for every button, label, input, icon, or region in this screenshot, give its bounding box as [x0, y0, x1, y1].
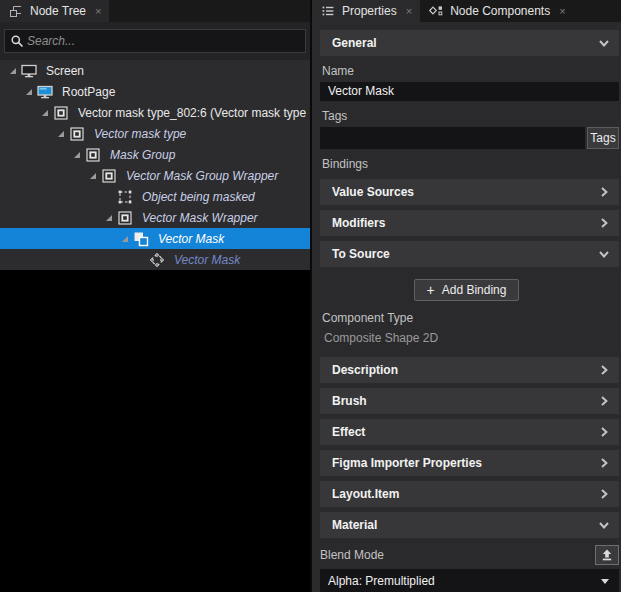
section-label: Description — [332, 363, 597, 377]
mask-icon — [132, 231, 150, 247]
chevron-right-icon — [597, 425, 611, 439]
close-icon[interactable]: × — [406, 6, 412, 17]
close-icon[interactable]: × — [95, 6, 101, 17]
section-label: Brush — [332, 394, 597, 408]
name-field[interactable] — [320, 82, 619, 101]
chevron-right-icon — [597, 456, 611, 470]
expander-icon[interactable] — [118, 232, 132, 246]
search-icon — [9, 33, 25, 49]
expander-icon[interactable] — [70, 148, 84, 162]
tab-node-tree[interactable]: Node Tree × — [0, 0, 109, 22]
tree-node-vector-mask-type-802-6-vector-mask-type[interactable]: Vector mask type_802:6 (Vector mask type — [0, 102, 310, 123]
tree-empty-area — [0, 270, 310, 592]
tree-node-vector-mask-group-wrapper[interactable]: Vector Mask Group Wrapper — [0, 165, 310, 186]
blend-mode-value: Alpha: Premultiplied — [328, 574, 599, 588]
plus-icon: + — [427, 283, 435, 297]
section-header-to-source[interactable]: To Source — [320, 241, 619, 267]
tree-node-label: Mask Group — [110, 148, 175, 162]
tree-node-label: Vector mask type_802:6 (Vector mask type — [78, 106, 306, 120]
search-strip — [0, 22, 310, 60]
tree-node-label: Vector Mask Wrapper — [142, 211, 258, 225]
properties-tabbar: Properties × Node Components × — [312, 0, 621, 22]
properties-content: General Name Tags Tags Bindings Value So… — [312, 22, 621, 592]
application-window: Node Tree × ScreenRootPageVector mask ty… — [0, 0, 621, 592]
section-header-material[interactable]: Material — [320, 512, 619, 538]
reset-default-button[interactable] — [595, 545, 619, 565]
tab-node-components-label: Node Components — [450, 4, 550, 18]
caret-down-icon — [599, 575, 611, 587]
chevron-right-icon — [597, 394, 611, 408]
path-icon — [148, 252, 166, 268]
tags-button[interactable]: Tags — [587, 127, 619, 149]
tree-node-label: Vector Mask — [158, 232, 224, 246]
node-2d-icon — [116, 210, 134, 226]
blend-mode-label: Blend Mode — [320, 548, 384, 562]
name-label: Name — [322, 64, 621, 78]
chevron-right-icon — [597, 487, 611, 501]
screen-icon — [20, 63, 38, 79]
section-header-value-sources[interactable]: Value Sources — [320, 179, 619, 205]
selection-rect-icon — [116, 189, 134, 205]
expander-icon[interactable] — [22, 85, 36, 99]
chevron-down-icon — [597, 247, 611, 261]
tags-label: Tags — [322, 109, 621, 123]
section-header-effect[interactable]: Effect — [320, 419, 619, 445]
section-label: Value Sources — [332, 185, 597, 199]
tab-node-components[interactable]: Node Components × — [420, 0, 574, 22]
node-2d-icon — [100, 168, 118, 184]
chevron-right-icon — [597, 216, 611, 230]
tab-node-tree-label: Node Tree — [30, 4, 86, 18]
tab-properties-label: Properties — [342, 4, 397, 18]
blend-mode-dropdown[interactable]: Alpha: Premultiplied — [320, 569, 619, 592]
tree-node-vector-mask-wrapper[interactable]: Vector Mask Wrapper — [0, 207, 310, 228]
section-label: Material — [332, 518, 597, 532]
tags-field[interactable] — [320, 127, 585, 149]
expander-icon[interactable] — [54, 127, 68, 141]
tree-node-vector-mask[interactable]: Vector Mask — [0, 249, 310, 270]
tree-node-label: RootPage — [62, 85, 115, 99]
expander-icon[interactable] — [6, 64, 20, 78]
tree-node-rootpage[interactable]: RootPage — [0, 81, 310, 102]
page-icon — [36, 84, 54, 100]
tab-properties[interactable]: Properties × — [312, 0, 420, 22]
close-icon[interactable]: × — [559, 6, 565, 17]
tree-node-label: Vector Mask Group Wrapper — [126, 169, 278, 183]
node-tree-tabbar: Node Tree × — [0, 0, 310, 22]
section-header-description[interactable]: Description — [320, 357, 619, 383]
section-label: Effect — [332, 425, 597, 439]
reset-default-icon — [600, 548, 614, 562]
tree-node-vector-mask-type[interactable]: Vector mask type — [0, 123, 310, 144]
node-tree-icon — [8, 3, 24, 19]
add-binding-label: Add Binding — [442, 283, 507, 297]
section-header-general[interactable]: General — [320, 30, 619, 56]
search-box[interactable] — [4, 29, 306, 53]
tree-node-label: Object being masked — [142, 190, 255, 204]
section-label: Modifiers — [332, 216, 597, 230]
expander-icon[interactable] — [102, 211, 116, 225]
component-type-value: Composite Shape 2D — [324, 331, 621, 345]
node-2d-icon — [84, 147, 102, 163]
tree-rows: ScreenRootPageVector mask type_802:6 (Ve… — [0, 60, 310, 270]
node-2d-icon — [68, 126, 86, 142]
bindings-sections: Value SourcesModifiersTo Source — [312, 179, 621, 267]
section-header-figma-importer-properties[interactable]: Figma Importer Properties — [320, 450, 619, 476]
expander-icon[interactable] — [38, 106, 52, 120]
section-label: To Source — [332, 247, 597, 261]
chevron-right-icon — [597, 185, 611, 199]
section-header-layout-item[interactable]: Layout.Item — [320, 481, 619, 507]
component-sections: DescriptionBrushEffectFigma Importer Pro… — [312, 357, 621, 538]
expander-icon[interactable] — [86, 169, 100, 183]
tree-node-label: Screen — [46, 64, 84, 78]
add-binding-button[interactable]: + Add Binding — [414, 279, 520, 301]
node-2d-icon — [52, 105, 70, 121]
tree-node-mask-group[interactable]: Mask Group — [0, 144, 310, 165]
section-header-brush[interactable]: Brush — [320, 388, 619, 414]
tree-node-object-being-masked[interactable]: Object being masked — [0, 186, 310, 207]
tree-node-label: Vector Mask — [174, 253, 240, 267]
tree-node-vector-mask[interactable]: Vector Mask — [0, 228, 310, 249]
section-header-modifiers[interactable]: Modifiers — [320, 210, 619, 236]
search-input[interactable] — [25, 33, 301, 49]
expander-spacer — [134, 253, 148, 267]
tree-node-screen[interactable]: Screen — [0, 60, 310, 81]
expander-spacer — [102, 190, 116, 204]
